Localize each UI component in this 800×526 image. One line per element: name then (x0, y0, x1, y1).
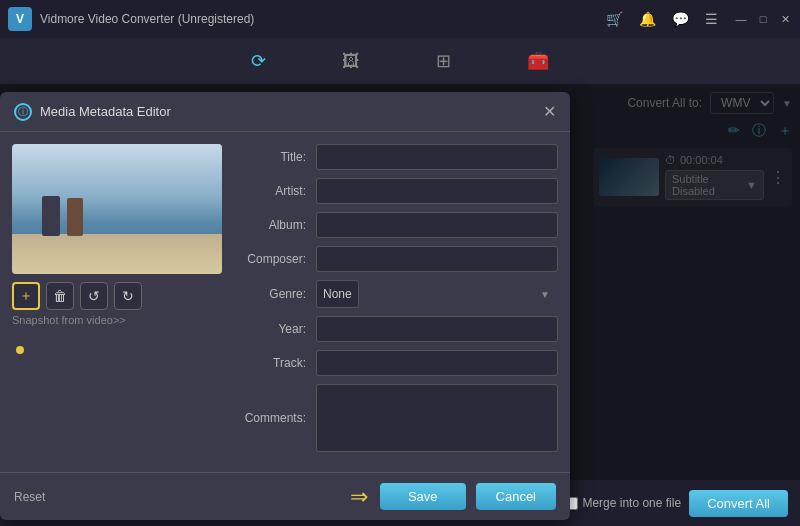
track-input[interactable] (316, 350, 558, 376)
year-row: Year: (236, 316, 558, 342)
artist-row: Artist: (236, 178, 558, 204)
composer-label: Composer: (236, 252, 306, 266)
redo-button[interactable]: ↻ (114, 282, 142, 310)
comments-input[interactable] (316, 384, 558, 452)
snapshot-text: Snapshot from video>> (12, 314, 222, 326)
save-button[interactable]: Save (380, 483, 466, 510)
tab-toolbox[interactable]: 🧰 (519, 46, 557, 76)
composer-input[interactable] (316, 246, 558, 272)
album-label: Album: (236, 218, 306, 232)
title-input[interactable] (316, 144, 558, 170)
merge-label: Merge into one file (582, 496, 681, 510)
reset-button[interactable]: Reset (14, 490, 45, 504)
cancel-button[interactable]: Cancel (476, 483, 556, 510)
cart-icon[interactable]: 🛒 (606, 11, 623, 27)
nav-tabs: ⟳ 🖼 ⊞ 🧰 (0, 38, 800, 84)
tab-collage[interactable]: ⊞ (428, 46, 459, 76)
arrow-indicator: ⇒ (350, 484, 368, 510)
track-label: Track: (236, 356, 306, 370)
delete-thumbnail-button[interactable]: 🗑 (46, 282, 74, 310)
tab-mv[interactable]: 🖼 (334, 47, 368, 76)
app-logo: V (8, 7, 32, 31)
video-preview (12, 144, 222, 274)
collage-icon: ⊞ (436, 50, 451, 72)
thumbnail-area: ＋ 🗑 ↺ ↻ Snapshot from video>> (12, 144, 222, 460)
title-bar: V Vidmore Video Converter (Unregistered)… (0, 0, 800, 38)
modal-header: ⓘ Media Metadata Editor ✕ (0, 92, 570, 132)
minimize-button[interactable]: — (734, 12, 748, 26)
genre-select-wrapper: None Pop Rock Jazz ▼ (316, 280, 558, 308)
artist-input[interactable] (316, 178, 558, 204)
modal-footer: Reset ⇒ Save Cancel (0, 472, 570, 520)
genre-arrow-icon: ▼ (540, 289, 550, 300)
info-circle-icon: ⓘ (14, 103, 32, 121)
tab-convert[interactable]: ⟳ (243, 46, 274, 76)
window-controls[interactable]: — □ ✕ (734, 12, 792, 26)
yellow-dot (16, 346, 24, 354)
maximize-button[interactable]: □ (756, 12, 770, 26)
metadata-editor-modal: ⓘ Media Metadata Editor ✕ ＋ 🗑 (0, 92, 570, 520)
comments-label: Comments: (236, 411, 306, 425)
convert-all-button[interactable]: Convert All (689, 490, 788, 517)
bell-icon[interactable]: 🔔 (639, 11, 656, 27)
toolbox-icon: 🧰 (527, 50, 549, 72)
merge-checkbox[interactable]: Merge into one file (565, 496, 681, 510)
title-bar-icons: 🛒 🔔 💬 ☰ (606, 11, 718, 27)
form-area: Title: Artist: Album: Composer: (236, 144, 558, 460)
add-thumbnail-button[interactable]: ＋ (12, 282, 40, 310)
title-row: Title: (236, 144, 558, 170)
menu-icon[interactable]: ☰ (705, 11, 718, 27)
app-title: Vidmore Video Converter (Unregistered) (40, 12, 606, 26)
track-row: Track: (236, 350, 558, 376)
year-input[interactable] (316, 316, 558, 342)
thumbnail-controls: ＋ 🗑 ↺ ↻ (12, 282, 222, 310)
mv-icon: 🖼 (342, 51, 360, 72)
modal-body: ＋ 🗑 ↺ ↻ Snapshot from video>> Title: (0, 132, 570, 472)
artist-label: Artist: (236, 184, 306, 198)
comments-row: Comments: (236, 384, 558, 452)
close-button[interactable]: ✕ (778, 12, 792, 26)
genre-select[interactable]: None Pop Rock Jazz (316, 280, 359, 308)
convert-icon: ⟳ (251, 50, 266, 72)
title-label: Title: (236, 150, 306, 164)
main-area: Convert All to: WMV MP4 AVI ▼ ✏ ⓘ ＋ ⏱ 00… (0, 84, 800, 480)
album-row: Album: (236, 212, 558, 238)
modal-overlay: ⓘ Media Metadata Editor ✕ ＋ 🗑 (0, 84, 800, 480)
genre-row: Genre: None Pop Rock Jazz ▼ (236, 280, 558, 308)
chat-icon[interactable]: 💬 (672, 11, 689, 27)
modal-title: Media Metadata Editor (40, 104, 543, 119)
album-input[interactable] (316, 212, 558, 238)
composer-row: Composer: (236, 246, 558, 272)
undo-button[interactable]: ↺ (80, 282, 108, 310)
modal-close-button[interactable]: ✕ (543, 102, 556, 121)
year-label: Year: (236, 322, 306, 336)
genre-label: Genre: (236, 287, 306, 301)
